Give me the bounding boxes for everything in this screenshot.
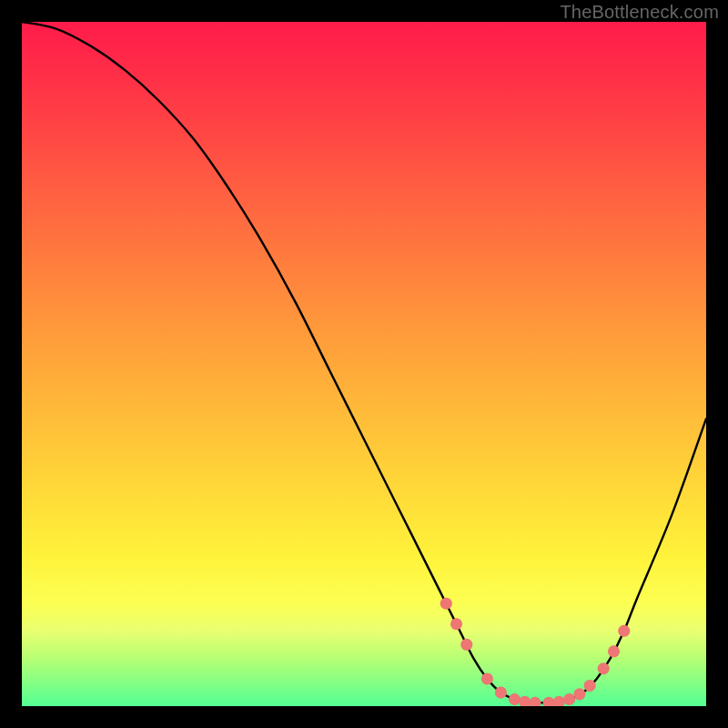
bottleneck-curve	[22, 22, 706, 703]
accent-dot	[519, 696, 531, 706]
accent-dot	[481, 672, 493, 684]
accent-dot	[573, 688, 585, 700]
accent-dot	[598, 662, 610, 674]
chart-frame: TheBottleneck.com	[0, 0, 728, 728]
watermark-text: TheBottleneck.com	[560, 2, 719, 23]
chart-svg	[22, 22, 706, 706]
curve-accent-dots	[440, 598, 631, 706]
accent-dot	[553, 696, 565, 706]
accent-dot	[440, 598, 452, 610]
accent-dot	[563, 693, 575, 705]
accent-dot	[495, 686, 507, 698]
accent-dot	[509, 693, 521, 705]
accent-dot	[618, 625, 630, 637]
accent-dot	[450, 618, 462, 630]
accent-dot	[584, 680, 596, 692]
plot-area	[22, 22, 706, 706]
accent-dot	[530, 697, 541, 706]
accent-dot	[608, 645, 620, 657]
accent-dot	[460, 639, 472, 651]
